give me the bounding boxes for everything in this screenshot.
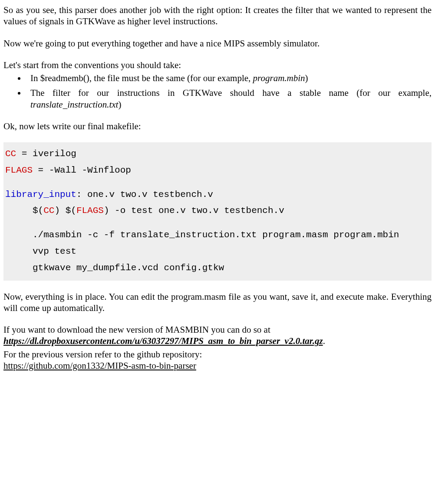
code-text: ) $( — [54, 206, 76, 216]
list-item: The filter for our instructions in GTKWa… — [26, 87, 432, 110]
text: For the previous version refer to the gi… — [3, 349, 202, 360]
list-text-italic: translate_instruction.txt — [30, 99, 118, 110]
conventions-list: In $readmemb(), the file must be the sam… — [3, 72, 432, 110]
list-text: In $readmemb(), the file must be the sam… — [30, 73, 253, 83]
list-text: ) — [118, 99, 121, 110]
paragraph-github: For the previous version refer to the gi… — [3, 349, 432, 372]
code-var: FLAGS — [76, 206, 104, 216]
paragraph-conventions: Let's start from the conventions you sho… — [3, 59, 432, 71]
code-text: : one.v two.v testbench.v — [76, 190, 213, 200]
paragraph-download: If you want to download the new version … — [3, 324, 432, 347]
code-text: gtkwave my_dumpfile.vcd config.gtkw — [5, 263, 224, 273]
code-text: = -Wall -Winfloop — [33, 165, 131, 175]
code-target: library_input — [5, 190, 76, 200]
list-text-italic: program.mbin — [253, 73, 305, 83]
link-dropbox[interactable]: https://dl.dropboxusercontent.com/u/6303… — [3, 336, 323, 346]
code-text: = iverilog — [16, 149, 76, 159]
code-var: CC — [5, 149, 16, 159]
link-github[interactable]: https://github.com/gon1332/MIPS-asm-to-b… — [3, 360, 196, 371]
code-block-makefile: CC = iverilog FLAGS = -Wall -Winfloop li… — [3, 142, 432, 281]
list-text: The filter for our instructions in GTKWa… — [30, 88, 432, 98]
paragraph-intro: So as you see, this parser does another … — [3, 4, 432, 27]
code-text: ./masmbin -c -f translate_instruction.tx… — [5, 230, 399, 240]
code-var: FLAGS — [5, 165, 33, 175]
text: If you want to download the new version … — [3, 324, 270, 335]
code-text: vvp test — [5, 246, 76, 256]
code-text: ) -o test one.v two.v testbench.v — [104, 206, 284, 216]
paragraph-together: Now we're going to put everything togeth… — [3, 38, 432, 49]
list-item: In $readmemb(), the file must be the sam… — [26, 72, 432, 84]
paragraph-inplace: Now, everything is in place. You can edi… — [3, 291, 432, 314]
text: . — [323, 336, 325, 346]
code-text: $( — [5, 206, 43, 216]
paragraph-makefile: Ok, now lets write our final makefile: — [3, 121, 432, 132]
list-text: ) — [305, 73, 308, 83]
code-var: CC — [43, 206, 54, 216]
